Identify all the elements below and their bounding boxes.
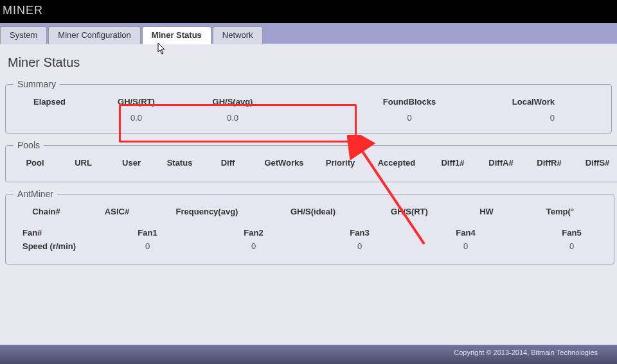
summary-panel: Summary Elapsed GH/S(RT) GH/S(avg) Found…: [5, 79, 612, 134]
fan3-label: Fan3: [307, 228, 413, 238]
fan2-label: Fan2: [201, 228, 307, 238]
fan-row-label: Fan#: [11, 228, 94, 238]
val-ghsavg: 0.0: [184, 112, 281, 124]
col-ghsavg: GH/S(avg): [184, 96, 281, 108]
col-asic: ASIC#: [82, 205, 152, 218]
col-chain: Chain#: [11, 205, 82, 218]
fan4-speed: 0: [413, 241, 519, 251]
val-elapsed: [11, 112, 88, 114]
col-elapsed: Elapsed: [11, 96, 88, 108]
fan5-speed: 0: [519, 241, 617, 251]
col-ghsideal: GH/S(ideal): [262, 205, 364, 218]
tab-network[interactable]: Network: [213, 26, 263, 44]
footer: Copyright © 2013-2014, Bitmain Technolog…: [0, 345, 617, 364]
tab-system[interactable]: System: [0, 26, 47, 44]
fan1-label: Fan1: [94, 228, 201, 238]
summary-legend: Summary: [13, 79, 60, 89]
val-localwork: 0: [467, 112, 557, 124]
col-url: URL: [59, 157, 107, 169]
antminer-header-row: Chain# ASIC# Frequency(avg) GH/S(ideal) …: [11, 205, 609, 221]
fan1-speed: 0: [94, 241, 201, 251]
page-content: Miner Status Summary Elapsed GH/S(RT) GH…: [0, 44, 617, 364]
col-diffa: DiffA#: [477, 157, 525, 169]
fan4-label: Fan4: [413, 228, 519, 238]
col-frequency: Frequency(avg): [152, 205, 262, 218]
col-hw: HW: [454, 205, 519, 218]
col-localwork: LocalWork: [467, 96, 557, 108]
antminer-legend: AntMiner: [13, 189, 57, 199]
col-ghsrt2: GH/S(RT): [364, 205, 454, 218]
col-accepted: Accepted: [364, 157, 429, 169]
col-ghsrt: GH/S(RT): [88, 96, 184, 108]
fan5-label: Fan5: [519, 228, 617, 238]
speed-row-label: Speed (r/min): [11, 241, 94, 251]
col-foundblocks: FoundBlocks: [352, 96, 467, 108]
col-user: User: [107, 157, 156, 169]
app-title: MINER: [3, 4, 43, 17]
summary-value-row: 0.0 0.0 0 0: [11, 112, 606, 124]
fan-table: Fan# Speed (r/min) Fan1 0 Fan2 0 Fan3 0 …: [11, 228, 609, 255]
page-title: Miner Status: [8, 55, 612, 70]
col-pool: Pool: [11, 157, 59, 169]
col-diffr: DiffR#: [525, 157, 573, 169]
summary-header-row: Elapsed GH/S(RT) GH/S(avg) FoundBlocks L…: [11, 96, 606, 112]
col-priority: Priority: [316, 157, 364, 169]
fan3-speed: 0: [307, 241, 413, 251]
antminer-panel: AntMiner Chain# ASIC# Frequency(avg) GH/…: [5, 189, 614, 264]
pools-panel: Pools Pool URL User Status Diff GetWorks…: [5, 140, 617, 182]
tab-miner-status[interactable]: Miner Status: [142, 26, 211, 44]
pools-legend: Pools: [13, 140, 44, 150]
col-diff: Diff: [204, 157, 252, 169]
fan2-speed: 0: [201, 241, 307, 251]
val-ghsrt: 0.0: [88, 112, 184, 124]
col-diff1: Diff1#: [429, 157, 477, 169]
pools-header-row: Pool URL User Status Diff GetWorks Prior…: [11, 157, 617, 173]
col-status: Status: [156, 157, 204, 169]
col-temp: Temp(°: [519, 205, 577, 218]
tab-miner-configuration[interactable]: Miner Configuration: [48, 26, 140, 44]
val-foundblocks: 0: [352, 112, 467, 124]
copyright-text: Copyright © 2013-2014, Bitmain Technolog…: [454, 349, 598, 356]
window-title-bar: MINER: [0, 0, 617, 23]
tab-bar: System Miner Configuration Miner Status …: [0, 23, 617, 44]
col-getworks: GetWorks: [252, 157, 316, 169]
col-diffs: DiffS#: [573, 157, 617, 169]
